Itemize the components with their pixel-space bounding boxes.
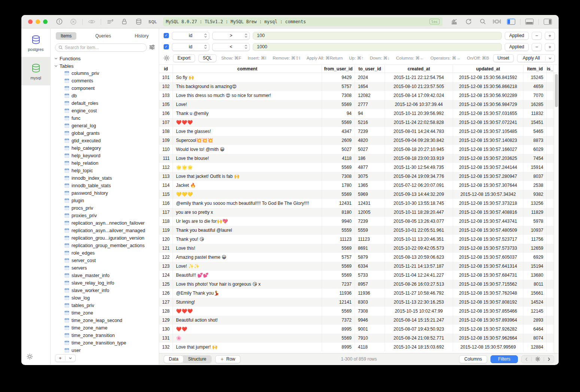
remove-filter-button[interactable]: −	[532, 32, 542, 40]
table-cell[interactable]: 2015-11-27 10:58:46.792	[385, 289, 453, 298]
table-cell[interactable]: 6029	[523, 145, 547, 154]
table-row[interactable]: 125Love this photo! Your hair is gorgeou…	[159, 280, 559, 289]
table-cell[interactable]: 5569	[322, 100, 355, 109]
table-cell[interactable]: 116	[159, 199, 173, 208]
table-row[interactable]: 130❤️❤️899590012015-08-07 19:43:50.92320…	[159, 325, 559, 334]
table-cell[interactable]: 4659	[523, 82, 547, 91]
sidebar-table-item[interactable]: time_zone_transition_type	[54, 339, 159, 347]
table-cell[interactable]	[547, 136, 553, 145]
table-cell[interactable]: 8995	[322, 343, 355, 352]
table-row[interactable]: 109Supercool💥💥💥260948202015-09-04 09:28:…	[159, 136, 559, 145]
table-cell[interactable]: Beautiful!! 💕💕	[173, 271, 322, 280]
table-cell[interactable]: 2015-12-08 15:30:57.203625	[453, 154, 523, 163]
sidebar-table-item[interactable]: time_zone_transition	[54, 332, 159, 339]
show-sql-button[interactable]: SQL	[198, 54, 216, 62]
table-cell[interactable]: 12082	[355, 91, 385, 100]
table-cell[interactable]: 2015-08-14 17:09:42.024	[385, 91, 453, 100]
sidebar-table-item[interactable]: innodb_index_stats	[54, 174, 159, 182]
table-cell[interactable]: 8074	[523, 334, 547, 343]
table-cell[interactable]: Love this!	[173, 244, 322, 253]
table-cell[interactable]: 11832	[523, 109, 547, 118]
table-cell[interactable]: Ur legs are to die for🙌💖	[173, 217, 322, 226]
table-cell[interactable]: 5559	[355, 226, 385, 235]
table-cell[interactable]: ❤️❤️	[173, 325, 322, 334]
preview-eye-icon[interactable]	[85, 17, 98, 26]
filter-applied-button[interactable]: Applied	[505, 32, 529, 40]
sidebar-table-item[interactable]: password_history	[54, 189, 159, 197]
data-tab-button[interactable]: Data	[164, 356, 183, 363]
table-cell[interactable]: 5733	[355, 271, 385, 280]
minimize-window-button[interactable]	[36, 19, 40, 24]
table-cell[interactable]: 1780	[322, 181, 355, 190]
table-cell[interactable]: 5569	[322, 244, 355, 253]
table-cell[interactable]: 7239	[355, 217, 385, 226]
table-cell[interactable]: @emily thank you soooo much beautiful!!!…	[173, 199, 322, 208]
table-cell[interactable]: 2015-08-24 21:08:52.771	[385, 334, 453, 343]
table-cell[interactable]: 9429	[322, 73, 355, 82]
table-cell[interactable]	[547, 334, 553, 343]
sidebar-table-item[interactable]: tables_priv	[54, 302, 159, 309]
table-cell[interactable]: 2024	[355, 73, 385, 82]
sidebar-table-item[interactable]: slave_worker_info	[54, 287, 159, 294]
table-cell[interactable]: 4118	[355, 343, 385, 352]
table-cell[interactable]: 💛💛💛	[173, 190, 322, 199]
table-cell[interactable]: 2015-08-10 21:23:57.505	[385, 82, 453, 91]
table-cell[interactable]: 7372	[322, 316, 355, 325]
table-cell[interactable]	[547, 181, 553, 190]
table-cell[interactable]: 2015-12-08 15:30:57.808192	[453, 298, 523, 307]
table-cell[interactable]: 8957	[355, 280, 385, 289]
sidebar-table-item[interactable]: replication_asyn...nnection_failover	[54, 219, 159, 227]
table-cell[interactable]: 8873	[523, 136, 547, 145]
table-cell[interactable]: Love that jacket! Outfit is fab 🙌	[173, 172, 322, 181]
table-cell[interactable]: 7239	[355, 127, 385, 136]
table-cell[interactable]: 14524	[523, 298, 547, 307]
table-cell[interactable]: Love this photo! Your hair is gorgeous 😘…	[173, 280, 322, 289]
table-cell[interactable]: 186	[355, 154, 385, 163]
filter-applied-button[interactable]: Applied	[505, 43, 529, 51]
sidebar-table-item[interactable]: db	[54, 92, 159, 100]
filter-value-input[interactable]: 100	[253, 32, 502, 40]
tree-group-tables[interactable]: Tables	[54, 62, 159, 70]
table-cell[interactable]: 1365	[355, 181, 385, 190]
sidebar-table-item[interactable]: time_zone_leap_second	[54, 317, 159, 324]
sidebar-table-item[interactable]: time_zone	[54, 309, 159, 317]
table-cell[interactable]: Thank u @emily	[173, 109, 322, 118]
table-cell[interactable]: 7308	[322, 172, 355, 181]
table-cell[interactable]: 5569	[322, 262, 355, 271]
table-cell[interactable]: 94	[355, 109, 385, 118]
table-cell[interactable]	[547, 145, 553, 154]
sidebar-filter-sliders-icon[interactable]	[149, 45, 155, 51]
table-cell[interactable]: 2609	[322, 136, 355, 145]
sidebar-table-item[interactable]: general_log	[54, 122, 159, 130]
table-row[interactable]: 129Beautiful action shot!737299462015-08…	[159, 316, 559, 325]
table-cell[interactable]: Thank you! 😘	[173, 235, 322, 244]
table-cell[interactable]	[547, 91, 553, 100]
table-cell[interactable]: 5757	[322, 253, 355, 262]
table-row[interactable]: 128❤️❤️❤️556973082015-10-15 10:02:47.992…	[159, 307, 559, 316]
table-cell[interactable]: This background is amazing😍	[173, 82, 322, 91]
chevron-down-icon[interactable]	[546, 57, 555, 60]
sidebar-table-item[interactable]: server_cost	[54, 257, 159, 264]
table-cell[interactable]: 131	[159, 334, 173, 343]
table-row[interactable]: 124Beautiful!! 💕💕556957332015-11-04 12:2…	[159, 271, 559, 280]
sidebar-table-item[interactable]: slow_log	[54, 294, 159, 302]
table-cell[interactable]: 8037	[523, 172, 547, 181]
structure-tab-button[interactable]: Structure	[183, 356, 211, 363]
table-cell[interactable]: 11123	[355, 235, 385, 244]
column-header-id[interactable]: id	[159, 65, 173, 73]
table-cell[interactable]	[547, 217, 553, 226]
table-cell[interactable]: 5569	[322, 307, 355, 316]
table-cell[interactable]: Would love to! @mith 😁	[173, 145, 322, 154]
table-cell[interactable]: 2015-10-01 22:05:51.961	[385, 226, 453, 235]
table-cell[interactable]: 129	[159, 316, 173, 325]
table-cell[interactable]: 12659	[523, 244, 547, 253]
table-cell[interactable]: 9382	[523, 190, 547, 199]
vertical-scrollbar[interactable]	[554, 73, 559, 353]
unset-button[interactable]: Unset	[493, 54, 514, 62]
table-cell[interactable]	[547, 199, 553, 208]
table-cell[interactable]: 4347	[322, 127, 355, 136]
table-cell[interactable]: Love this dress so much 😍 so nice for su…	[173, 91, 322, 100]
sidebar-table-item[interactable]: procs_priv	[54, 204, 159, 212]
table-cell[interactable]: 2015-12-08 15:30:57.031655	[453, 109, 523, 118]
open-sql-icon[interactable]: SQL	[146, 17, 159, 26]
